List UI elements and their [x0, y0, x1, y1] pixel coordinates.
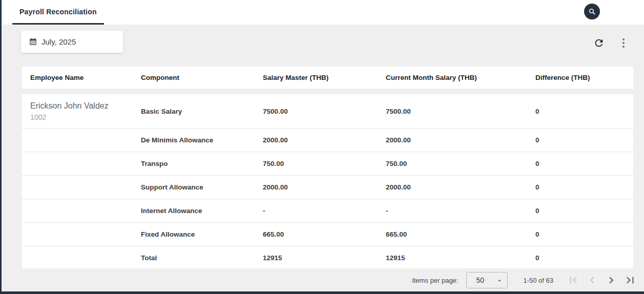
component-cell: Fixed Allowance [141, 230, 263, 238]
kebab-icon [622, 38, 625, 48]
tab-label: Payroll Reconciliation [19, 8, 97, 16]
select-caret-icon [496, 277, 503, 284]
current-month-salary-cell: 2000.00 [386, 183, 535, 191]
pagination-bar: Items per page: 50 1-50 of 63 [412, 268, 637, 292]
month-picker-label: July, 2025 [41, 37, 76, 46]
current-month-salary-cell: 7500.00 [386, 108, 535, 115]
table-row: Transpo750.00750.000 [22, 152, 633, 175]
component-cell: De Minimis Allowance [141, 136, 263, 144]
column-header-salary-master-thb: Salary Master (THB) [263, 74, 386, 81]
difference-cell: 0 [535, 160, 625, 167]
salary-master-cell: 665.00 [263, 230, 386, 238]
difference-cell: 0 [535, 136, 625, 144]
difference-cell: 0 [535, 183, 625, 191]
month-picker[interactable]: July, 2025 [21, 31, 123, 53]
more-options-button[interactable] [616, 36, 631, 50]
salary-master-cell: 750.00 [263, 160, 386, 167]
table-header-row: Employee NameComponentSalary Master (THB… [22, 67, 633, 89]
salary-master-cell: 2000.00 [263, 136, 386, 144]
table-row: Support Allowance2000.002000.000 [22, 175, 633, 199]
next-page-button[interactable] [605, 274, 618, 287]
column-header-difference-thb: Difference (THB) [535, 74, 625, 81]
tab-payroll-reconciliation[interactable]: Payroll Reconciliation [12, 0, 104, 25]
app-window: Payroll Reconciliation July, 2025 [0, 0, 644, 294]
column-header-current-month-salary-thb: Current Month Salary (THB) [386, 74, 535, 81]
column-header-component: Component [141, 74, 263, 81]
table-row: Erickson John Valdez1002Basic Salary7500… [22, 94, 633, 128]
refresh-button[interactable] [592, 36, 606, 50]
current-month-salary-cell: - [386, 207, 535, 215]
table-row: Total12915129150 [22, 246, 633, 268]
previous-page-button[interactable] [586, 274, 599, 287]
refresh-icon [593, 37, 605, 49]
last-page-button[interactable] [624, 274, 637, 287]
page-range-label: 1-50 of 63 [523, 277, 553, 284]
difference-cell: 0 [535, 207, 625, 215]
items-per-page-label: Items per page: [412, 277, 458, 284]
first-page-button[interactable] [567, 274, 580, 287]
table-body-card: Erickson John Valdez1002Basic Salary7500… [22, 94, 633, 268]
search-button[interactable] [584, 4, 600, 19]
items-per-page-value: 50 [476, 276, 484, 284]
column-header-employee-name: Employee Name [30, 74, 141, 81]
salary-master-cell: - [263, 207, 386, 215]
top-bar: Payroll Reconciliation [0, 0, 644, 25]
salary-master-cell: 7500.00 [263, 108, 386, 115]
last-page-icon [624, 274, 637, 287]
difference-cell: 0 [535, 230, 625, 238]
calendar-icon [29, 37, 37, 46]
component-cell: Internet Allowance [141, 207, 263, 215]
employee-name: Erickson John Valdez [30, 101, 141, 111]
page-nav [567, 274, 637, 287]
table-header-card: Employee NameComponentSalary Master (THB… [22, 67, 633, 89]
items-per-page-select[interactable]: 50 [466, 272, 508, 288]
first-page-icon [567, 274, 580, 287]
current-month-salary-cell: 665.00 [386, 230, 535, 238]
component-cell: Support Allowance [141, 183, 263, 191]
current-month-salary-cell: 12915 [386, 254, 535, 262]
component-cell: Transpo [141, 160, 263, 167]
component-cell: Basic Salary [141, 108, 263, 115]
salary-master-cell: 12915 [263, 254, 386, 262]
current-month-salary-cell: 2000.00 [386, 136, 535, 144]
difference-cell: 0 [535, 108, 625, 115]
salary-master-cell: 2000.00 [263, 183, 386, 191]
difference-cell: 0 [535, 254, 625, 262]
previous-page-icon [586, 274, 599, 287]
employee-id: 1002 [30, 113, 141, 121]
employee-cell: Erickson John Valdez1002 [30, 101, 141, 121]
current-month-salary-cell: 750.00 [386, 160, 535, 167]
next-page-icon [605, 274, 618, 287]
table-row: De Minimis Allowance2000.002000.000 [22, 128, 633, 152]
table-row: Internet Allowance--0 [22, 199, 633, 222]
table-row: Fixed Allowance665.00665.000 [22, 222, 633, 246]
search-icon [588, 7, 596, 16]
component-cell: Total [141, 254, 263, 262]
